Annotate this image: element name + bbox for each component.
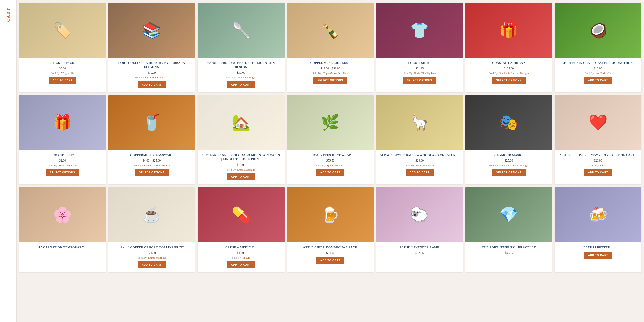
product-seller: Sold By: Old Firehouse Books — [112, 76, 192, 79]
product-image: 🥥 — [555, 3, 641, 58]
product-card: 🥥 JUST PLAIN OLA – TOASTED COCONUT 9OZ $… — [555, 3, 641, 92]
product-card: 👕 FOCO T-SHIRT $31.95 Sold By: Under The… — [376, 3, 463, 92]
product-seller: Sold By: Jill Anne Designs — [201, 76, 281, 79]
product-title: CAUSE + MEDIC C... — [201, 245, 281, 250]
add-to-cart-button[interactable]: ADD TO CART — [49, 77, 77, 84]
product-seller: Sold By: Emma Mannino — [201, 168, 281, 171]
product-title: APPLE CIDER KOMBUCHA 6-PACK — [291, 245, 370, 250]
product-title: GLAMOUR MASKS — [469, 153, 549, 157]
product-image: 🎁 — [19, 95, 106, 150]
product-seller: Sold By: Spavia — [201, 256, 281, 259]
select-options-button[interactable]: SELECT OPTIONS — [492, 169, 526, 176]
product-seller: Sold By: Under The Fig Tree — [380, 72, 459, 75]
product-seller: Sold By: Just Plain 'Ola — [558, 72, 638, 75]
product-image: 💎 — [465, 187, 552, 242]
add-to-cart-button[interactable]: ADD TO CART — [138, 261, 166, 268]
product-seller: Sold By: CopperMuse Distillery — [112, 164, 192, 167]
product-title: COASTAL CARDIGAN — [469, 61, 549, 65]
cart-sidebar: CART — [0, 0, 17, 322]
product-card: 🍻 BEER IS BETTER... ADD TO CART — [555, 187, 641, 272]
product-card: 🎁 COASTAL CARDIGAN $168.00 Sold By: Step… — [465, 3, 552, 92]
product-title: WOOD BURNED UTENSIL SET – MOUNTAIN DESIG… — [201, 61, 281, 69]
select-options-button[interactable]: SELECT OPTIONS — [403, 77, 436, 84]
product-grid: 🏷️ STICKER PACK $0.00 Sold By: Wright Li… — [17, 0, 644, 322]
product-seller: Sold By: Sunlit Mountain — [380, 164, 459, 167]
product-seller: Sold By: Wright Life — [23, 72, 102, 75]
product-card: 🏷️ STICKER PACK $0.00 Sold By: Wright Li… — [19, 3, 106, 92]
product-title: 5×7" LAKE AGNES COLORADO MOUNTAIN CABIN … — [201, 153, 281, 162]
product-title: ALPACA DRYER BALLS – WOODLAND CREATURES — [380, 153, 459, 157]
product-image: 🍺 — [287, 187, 374, 242]
product-title: 11×14" COFFEE OF FORT COLLINS PRINT — [112, 245, 192, 250]
product-title: STICKER PACK — [23, 61, 102, 65]
product-title: ECO GIFT SET* — [23, 153, 102, 157]
product-price: $2.00 — [23, 159, 102, 163]
product-image: 🏡 — [198, 95, 285, 150]
product-card: 🏡 5×7" LAKE AGNES COLORADO MOUNTAIN CABI… — [198, 95, 285, 185]
product-card: 🍺 APPLE CIDER KOMBUCHA 6-PACK $24.00 ADD… — [287, 187, 374, 272]
product-image: 🌸 — [19, 187, 106, 242]
product-title: COPPERMUSE LIQUEURS — [291, 61, 370, 65]
add-to-cart-button[interactable]: ADD TO CART — [227, 173, 255, 180]
product-price: $168.00 — [469, 67, 549, 70]
add-to-cart-button[interactable]: ADD TO CART — [227, 81, 255, 88]
product-card: 🌿 EUCALYPTUS HEAT WRAP $55.50 Sold By: S… — [287, 95, 374, 185]
product-card: 💎 THE FORT JEWELRY – BRACELET $32.95 — [465, 187, 552, 272]
select-options-button[interactable]: SELECT OPTIONS — [135, 169, 169, 176]
product-title: PLUSH LAVENDER LAMB — [380, 245, 459, 250]
product-image: 💊 — [198, 187, 285, 242]
select-options-button[interactable]: SELECT OPTIONS — [46, 169, 79, 176]
product-card: 🥤 COPPERMUSE GLASSWARE $4.00 – $25.00 So… — [108, 95, 195, 185]
product-card: 🐑 PLUSH LAVENDER LAMB $32.95 — [376, 187, 463, 272]
cart-label[interactable]: CART — [6, 8, 11, 22]
add-to-cart-button[interactable]: ADD TO CART — [138, 81, 166, 88]
product-image: 🎭 — [465, 95, 552, 150]
product-card: 💊 CAUSE + MEDIC C... $40.00 Sold By: Spa… — [198, 187, 285, 272]
product-card: 🎭 GLAMOUR MASKS $25.00 Sold By: Stephani… — [465, 95, 552, 185]
product-image: 🦙 — [376, 95, 463, 150]
product-card: 🥄 WOOD BURNED UTENSIL SET – MOUNTAIN DES… — [198, 3, 285, 92]
product-price: $24.00 — [291, 251, 370, 255]
product-image: 🏷️ — [19, 3, 106, 58]
add-to-cart-button[interactable]: ADD TO CART — [316, 257, 344, 264]
product-card: 🍾 COPPERMUSE LIQUEURS $19.00 – $31.00 So… — [287, 3, 374, 92]
product-image: 🥄 — [198, 3, 285, 58]
product-price: $21.00 — [112, 251, 192, 255]
product-price: $39.00 — [201, 71, 281, 75]
product-price: $29.00 — [380, 159, 459, 163]
product-seller: Sold By: Emma Mannino — [112, 256, 192, 259]
product-card: 🎁 ECO GIFT SET* $2.00 Sold By: Sunlit Mo… — [19, 95, 106, 185]
select-options-button[interactable]: SELECT OPTIONS — [313, 77, 347, 84]
product-price: $55.50 — [291, 159, 370, 163]
product-title: BEER IS BETTER... — [558, 245, 638, 250]
add-to-cart-button[interactable]: ADD TO CART — [316, 169, 344, 176]
add-to-cart-button[interactable]: ADD TO CART — [584, 252, 612, 259]
product-seller: Sold By: Sunlit Mountain — [23, 164, 102, 167]
add-to-cart-button[interactable]: ADD TO CART — [584, 77, 612, 84]
add-to-cart-button[interactable]: ADD TO CART — [227, 261, 255, 268]
product-image: 🥤 — [108, 95, 195, 150]
product-price: $25.00 — [469, 159, 549, 163]
product-card: 🦙 ALPACA DRYER BALLS – WOODLAND CREATURE… — [376, 95, 463, 185]
product-seller: Sold By: Stephanie Carlson Designs — [469, 72, 549, 75]
product-seller: Sold By: Kale... — [558, 164, 638, 167]
product-price: $40.00 — [201, 251, 281, 255]
add-to-cart-button[interactable]: ADD TO CART — [406, 169, 434, 176]
product-title: JUST PLAIN OLA – TOASTED COCONUT 9OZ — [558, 61, 638, 65]
product-title: COPPERMUSE GLASSWARE — [112, 153, 192, 157]
add-to-cart-button[interactable]: ADD TO CART — [584, 169, 612, 176]
product-price: $32.95 — [469, 251, 549, 255]
product-image: 🍾 — [287, 3, 374, 58]
product-price: $19.99 — [112, 71, 192, 75]
product-image: ❤️ — [555, 95, 641, 150]
product-image: ☕ — [108, 187, 195, 242]
product-price: $32.95 — [380, 251, 459, 255]
product-seller: Sold By: Spavia Foothills — [291, 164, 370, 167]
product-seller: Sold By: Stephanie Carlson Designs — [469, 164, 549, 167]
product-price: $10.00 — [558, 67, 638, 70]
product-price: $0.00 — [23, 67, 102, 70]
select-options-button[interactable]: SELECT OPTIONS — [492, 77, 526, 84]
product-title: THE FORT JEWELRY – BRACELET — [469, 245, 549, 250]
product-card: ☕ 11×14" COFFEE OF FORT COLLINS PRINT $2… — [108, 187, 195, 272]
product-title: A LITTLE LOVE C... WAY – BOXED SET OF CA… — [558, 153, 638, 157]
